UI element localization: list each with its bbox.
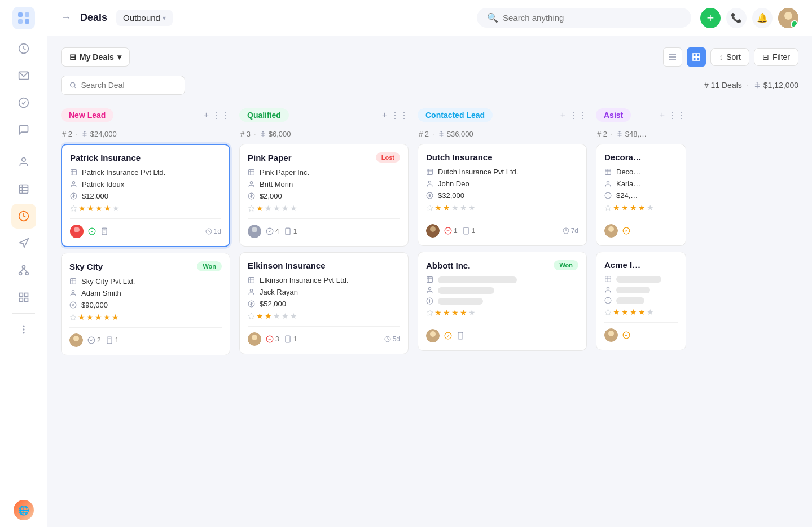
col-header-contacted: Contacted Lead + ⋮⋮ bbox=[418, 106, 587, 124]
my-deals-button[interactable]: ⊟ My Deals ▾ bbox=[61, 47, 130, 67]
sort-label: Sort bbox=[726, 52, 741, 62]
svg-rect-67 bbox=[249, 170, 254, 175]
footer-avatar-acme bbox=[604, 328, 618, 342]
star-4: ★ bbox=[104, 204, 111, 213]
amount-icon bbox=[753, 81, 761, 89]
sidebar-item-deals[interactable] bbox=[11, 204, 36, 229]
card-amount-patrick: $12,000 bbox=[70, 192, 221, 200]
grid-view-button[interactable] bbox=[687, 47, 706, 67]
stats-separator: · bbox=[747, 81, 749, 90]
sidebar-item-chat[interactable] bbox=[11, 117, 36, 142]
card-amount-pink-paper: $2,000 bbox=[248, 192, 400, 200]
drag-col-icon[interactable]: ⋮⋮ bbox=[390, 110, 409, 121]
sidebar-item-tasks[interactable] bbox=[11, 90, 36, 115]
add-col-icon[interactable]: + bbox=[560, 110, 565, 120]
card-amount-acme bbox=[604, 297, 678, 304]
company-icon bbox=[604, 275, 612, 283]
money-icon bbox=[70, 192, 77, 200]
card-dutch-insurance[interactable]: Dutch Insurance Dutch Insurance Pvt Ltd.… bbox=[418, 144, 587, 246]
sidebar-item-email[interactable] bbox=[11, 63, 36, 88]
kanban-board: New Lead + ⋮⋮ # 2 · $24,000 Patrick Insu… bbox=[61, 106, 798, 527]
filter-button[interactable]: ⊟ Filter bbox=[754, 48, 798, 66]
svg-point-94 bbox=[428, 181, 431, 183]
filter2-icon: ⊟ bbox=[762, 52, 769, 62]
card-footer-sky-city: 2 1 bbox=[69, 327, 222, 347]
clock-icon bbox=[563, 227, 569, 234]
card-header-acme: Acme I… bbox=[604, 260, 678, 270]
card-rating-sky-city: ★ ★ ★ ★ ★ bbox=[69, 313, 222, 322]
svg-point-57 bbox=[72, 291, 74, 293]
column-asist: Asist + ⋮⋮ # 2 · $48,… Decora… bbox=[596, 106, 686, 520]
sidebar-item-marketing[interactable] bbox=[11, 231, 36, 256]
column-new-lead: New Lead + ⋮⋮ # 2 · $24,000 Patrick Insu… bbox=[61, 106, 230, 520]
add-col-icon[interactable]: + bbox=[382, 110, 387, 120]
nav-arrow[interactable]: → bbox=[61, 12, 71, 24]
card-elkinson[interactable]: Elkinson Insurance Elkinson Insurance Pv… bbox=[239, 252, 409, 354]
card-amount-abbott bbox=[426, 297, 578, 305]
footer-doc-count: 1 bbox=[284, 335, 297, 343]
person-icon bbox=[604, 180, 612, 187]
footer-avatar-elkinson bbox=[248, 332, 261, 346]
card-badge-abbott: Won bbox=[554, 260, 578, 270]
card-acme[interactable]: Acme I… ★ bbox=[596, 252, 686, 350]
card-title-decora: Decora… bbox=[604, 152, 642, 162]
card-pink-paper[interactable]: Pink Paper Lost Pink Paper Inc. Britt Mo… bbox=[239, 144, 409, 247]
deal-search-input[interactable] bbox=[81, 81, 177, 90]
sidebar-item-contacts[interactable] bbox=[11, 150, 36, 174]
sidebar-item-dashboard[interactable] bbox=[11, 36, 36, 61]
sidebar-item-network[interactable] bbox=[11, 258, 36, 283]
search-input[interactable] bbox=[503, 13, 681, 23]
list-view-button[interactable] bbox=[663, 47, 682, 67]
pipeline-selector[interactable]: Outbound ▾ bbox=[116, 10, 173, 26]
card-patrick-insurance[interactable]: Patrick Insurance Patrick Insurance Pvt … bbox=[61, 144, 230, 247]
user-avatar[interactable] bbox=[778, 8, 798, 28]
sidebar-logo[interactable] bbox=[12, 7, 35, 29]
card-abbott[interactable]: Abbott Inc. Won bbox=[418, 252, 587, 351]
svg-rect-101 bbox=[464, 227, 468, 234]
search-icon bbox=[69, 81, 76, 89]
sidebar-item-table[interactable] bbox=[11, 177, 36, 201]
amount-small-icon bbox=[616, 131, 623, 138]
content-area: ⊟ My Deals ▾ ↕ Sort ⊟ Filter bbox=[47, 36, 812, 527]
sidebar-user-globe[interactable]: 🌐 bbox=[14, 500, 34, 520]
footer-doc-count: 1 bbox=[106, 336, 119, 344]
svg-point-84 bbox=[252, 335, 257, 340]
card-decora[interactable]: Decora… Deco… Karla… $24,… bbox=[596, 144, 686, 246]
svg-rect-103 bbox=[427, 277, 433, 283]
footer-doc-count: 1 bbox=[284, 227, 297, 235]
drag-col-icon[interactable]: ⋮⋮ bbox=[569, 110, 587, 121]
phone-button[interactable]: 📞 bbox=[726, 8, 747, 28]
notification-button[interactable]: 🔔 bbox=[752, 8, 773, 28]
company-icon bbox=[70, 169, 77, 176]
svg-marker-129 bbox=[605, 309, 611, 315]
card-footer-acme bbox=[604, 322, 678, 342]
column-contacted-lead: Contacted Lead + ⋮⋮ # 2 · $36,000 Dutch … bbox=[418, 106, 587, 520]
svg-point-70 bbox=[250, 182, 252, 184]
sidebar-item-more[interactable] bbox=[11, 317, 36, 342]
add-button[interactable]: + bbox=[700, 8, 721, 28]
card-person-dutch: John Deo bbox=[426, 179, 578, 188]
money-icon bbox=[248, 192, 255, 200]
company-icon bbox=[426, 168, 433, 175]
card-sky-city[interactable]: Sky City Won Sky City Pvt Ltd. Adam Smit… bbox=[61, 253, 230, 355]
card-rating-pink-paper: ★ ★ ★ ★ ★ bbox=[248, 204, 400, 213]
add-col-icon[interactable]: + bbox=[660, 110, 665, 120]
drag-col-icon[interactable]: ⋮⋮ bbox=[668, 110, 686, 121]
global-search-bar[interactable]: 🔍 bbox=[477, 8, 691, 28]
drag-col-icon[interactable]: ⋮⋮ bbox=[212, 110, 230, 121]
footer-check-icon bbox=[622, 331, 630, 339]
svg-point-127 bbox=[607, 287, 609, 289]
deal-search-bar[interactable] bbox=[61, 76, 185, 95]
add-col-icon[interactable]: + bbox=[204, 110, 209, 120]
money-icon bbox=[69, 301, 77, 309]
svg-point-47 bbox=[74, 227, 80, 232]
sidebar-item-widgets[interactable] bbox=[11, 285, 36, 310]
card-rating-abbott: ★ ★ ★ ★ ★ bbox=[426, 308, 578, 317]
star-2: ★ bbox=[87, 204, 94, 213]
svg-point-34 bbox=[71, 82, 75, 87]
svg-marker-72 bbox=[248, 205, 254, 211]
pipeline-label: Outbound bbox=[123, 13, 160, 23]
search-row: # 11 Deals · $1,12,000 bbox=[61, 76, 798, 95]
sort-button[interactable]: ↕ Sort bbox=[710, 48, 749, 66]
card-footer-patrick: 1d bbox=[70, 218, 221, 238]
